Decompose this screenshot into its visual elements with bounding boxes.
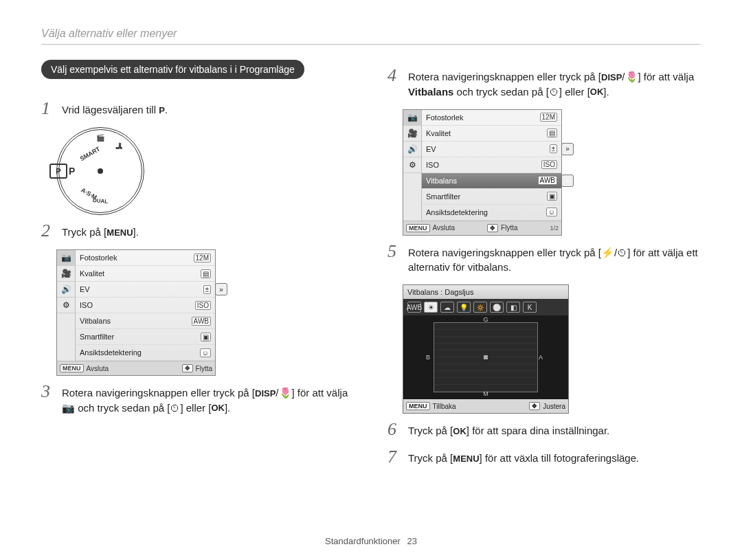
menu-screenshot-2: 📷🎥🔊⚙Fotostorlek12MKvalitet▤EV±»ISOISOVit… <box>403 109 562 236</box>
menu-row-label: EV <box>426 145 550 153</box>
breadcrumb: Välja alternativ eller menyer <box>41 27 701 40</box>
macro-icon: 🌷 <box>279 387 292 399</box>
menu-row: Fotostorlek12M <box>76 250 215 266</box>
menu-tab-icon: 📷 <box>57 250 75 266</box>
ok-key: OK <box>453 425 466 438</box>
step-5: 5 Rotera navigeringsknappen eller tryck … <box>387 243 701 276</box>
menu-key: MENU <box>453 453 479 466</box>
menu-page-indicator: 1/2 <box>550 225 559 232</box>
wb-axis-label: A <box>539 354 543 361</box>
menu-row-value: ☺ <box>200 348 211 357</box>
step-number: 6 <box>387 421 400 438</box>
disp-key: DISP <box>601 71 622 85</box>
menu-tab-icon: 📷 <box>403 110 421 126</box>
dial-dual-label: DUAL <box>93 197 109 205</box>
wb-axis-label: M <box>483 390 488 397</box>
menu-row-value: 12M <box>540 113 557 122</box>
footer-section: Standardfunktioner <box>325 536 401 546</box>
wb-option-icon: ☀ <box>424 302 438 313</box>
menu-row: EV±» <box>422 142 561 157</box>
menu-exit-label: Avsluta <box>433 224 456 232</box>
menu-row-label: Smartfilter <box>80 333 201 341</box>
dial-scene-icon: 🏞 <box>115 142 122 150</box>
two-columns: Välj exempelvis ett alternativ för vitba… <box>41 60 701 475</box>
wb-option-bar: AWB☀☁💡🔅⚪◧K <box>403 299 568 315</box>
menu-screenshot-1: 📷🎥🔊⚙Fotostorlek12MKvalitet▤EV±»ISOISOVit… <box>56 249 216 376</box>
menu-row: Smartfilter▣ <box>76 329 215 345</box>
menu-row-label: Ansiktsdetektering <box>80 348 200 357</box>
nav-btn-icon: ✥ <box>487 224 498 232</box>
step-7: 7 Tryck på [MENU] för att växla till fot… <box>387 448 701 466</box>
wb-option-icon: ⚪ <box>490 302 504 313</box>
menu-row-value: ± <box>203 285 212 294</box>
dial-marker-p: P <box>49 164 67 179</box>
step-text: Rotera navigeringsknappen eller tryck på… <box>408 243 701 276</box>
wb-option-icon: AWB <box>407 302 421 313</box>
menu-row-value: ▤ <box>547 128 557 137</box>
step-text: Tryck på [MENU] för att växla till fotog… <box>408 448 639 466</box>
menu-row-label: Fotostorlek <box>80 254 194 262</box>
menu-row-label: ISO <box>426 161 541 169</box>
wb-center-marker <box>484 355 488 359</box>
ok-key: OK <box>590 86 604 99</box>
dial-smart-label: SMART <box>78 146 101 163</box>
menu-row-label: EV <box>80 285 203 293</box>
nav-btn-icon: ✥ <box>182 364 193 372</box>
menu-row-value: AWB <box>192 317 211 326</box>
menu-footer: MENUAvsluta✥Flytta <box>57 361 215 375</box>
menu-row: VitbalansAWB <box>76 313 215 329</box>
step-number: 3 <box>41 383 54 401</box>
menu-row: Smartfilter▣ <box>422 189 561 205</box>
menu-exit-label: Avsluta <box>87 365 109 372</box>
side-arrow-icon: » <box>215 283 227 295</box>
mode-dial: P 🎬 🏞 SMART P A·S·M DUAL <box>56 127 144 215</box>
wb-option-icon: 💡 <box>457 302 471 313</box>
flash-icon: ⚡ <box>601 247 614 258</box>
menu-row-label: Vitbalans <box>426 177 538 185</box>
wb-option-icon: ◧ <box>506 302 520 313</box>
mode-p-icon: P <box>159 104 165 117</box>
menu-tab-icon: 🔊 <box>403 142 421 157</box>
menu-row-label: Vitbalans <box>80 317 192 325</box>
macro-icon: 🌷 <box>625 71 638 82</box>
wb-option-icon: 🔅 <box>473 302 487 313</box>
menu-tab-icon: ⚙ <box>403 157 421 173</box>
menu-row-value: ☺ <box>546 208 557 216</box>
step-text: Tryck på [MENU]. <box>62 222 139 240</box>
menu-row-value: ▣ <box>201 333 211 341</box>
step-text: Vrid lägesväljaren till P. <box>62 100 168 117</box>
menu-tab-icon: ⚙ <box>57 298 75 313</box>
step-4: 4 Rotera navigeringsknappen eller tryck … <box>387 67 701 100</box>
menu-row: Kvalitet▤ <box>76 266 215 282</box>
menu-row-label: Kvalitet <box>80 269 201 278</box>
menu-tab-icon: 🎥 <box>57 266 75 282</box>
column-left: Välj exempelvis ett alternativ för vitba… <box>41 60 355 475</box>
menu-row-value: ▤ <box>201 269 211 278</box>
step-text: Rotera navigeringsknappen eller tryck på… <box>62 383 355 416</box>
step-2: 2 Tryck på [MENU]. <box>41 222 355 240</box>
menu-row: EV±» <box>76 282 215 298</box>
menu-row-label: Kvalitet <box>426 129 547 137</box>
rule <box>41 44 701 45</box>
step-text: Rotera navigeringsknappen eller tryck på… <box>408 67 701 100</box>
step-number: 4 <box>387 67 400 85</box>
context-pill: Välj exempelvis ett alternativ för vitba… <box>41 60 304 79</box>
menu-key: MENU <box>106 227 133 240</box>
step-number: 5 <box>387 243 400 260</box>
column-right: 4 Rotera navigeringsknappen eller tryck … <box>387 60 701 475</box>
menu-row-value: ISO <box>541 160 557 169</box>
menu-row-label: Fotostorlek <box>426 113 540 122</box>
bold-term: Vitbalans <box>408 86 453 98</box>
step-6: 6 Tryck på [OK] för att spara dina instä… <box>387 421 701 438</box>
wb-back-label: Tillbaka <box>433 403 456 410</box>
menu-move-label: Flytta <box>501 224 517 232</box>
dial-p-label: P <box>69 166 75 177</box>
nav-btn-icon: ✥ <box>529 402 540 410</box>
page-footer: Standardfunktioner 23 <box>0 536 742 546</box>
step-number: 2 <box>41 222 54 240</box>
wb-option-icon: ☁ <box>440 302 454 313</box>
step-1: 1 Vrid lägesväljaren till P. <box>41 100 355 117</box>
footer-page-number: 23 <box>407 536 417 546</box>
disp-key: DISP <box>255 388 276 401</box>
side-arrow-icon: » <box>561 175 574 187</box>
